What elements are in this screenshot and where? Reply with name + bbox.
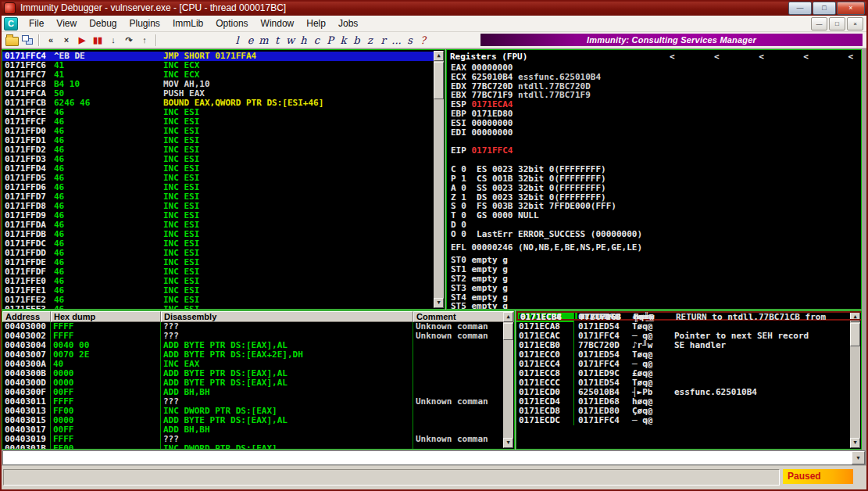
toolbar-letter-0[interactable]: l: [230, 34, 244, 46]
step-over-icon[interactable]: ↷: [121, 34, 137, 47]
command-dropdown-button[interactable]: ▼: [852, 451, 865, 464]
windows-icon[interactable]: [20, 34, 35, 47]
toolbar-letter-5[interactable]: h: [297, 34, 310, 46]
disasm-row[interactable]: 0171FFDD46INC ESI: [2, 249, 434, 258]
exec-till-return-icon[interactable]: ↑: [137, 34, 152, 47]
disasm-row[interactable]: 0171FFD046INC ESI: [2, 127, 434, 136]
dump-row[interactable]: 0040301BFF00INC DWORD PTR DS:[EAX]: [2, 444, 504, 450]
scroll-up-button[interactable]: ▲: [503, 312, 513, 322]
title-bar[interactable]: Immunity Debugger - vulnserver.exe - [CP…: [0, 0, 868, 16]
disasm-row[interactable]: 0171FFD746INC ESI: [2, 192, 434, 202]
stack-row[interactable]: 0171ECC00171ED54Tøq@: [516, 350, 851, 360]
disasm-row[interactable]: 0171FFD146INC ESI: [2, 136, 434, 145]
dump-row[interactable]: 004030150000ADD BYTE PTR DS:[EAX],AL: [2, 416, 504, 425]
dump-scrollbar[interactable]: ▲ ▼: [503, 312, 513, 448]
disassembly-pane[interactable]: 0171FFC4^EB DEJMP SHORT 0171FFA40171FFC6…: [2, 49, 445, 310]
pane-arrow-icon[interactable]: <: [848, 52, 853, 62]
disasm-row[interactable]: 0171FFD846INC ESI: [2, 202, 434, 211]
disasm-row[interactable]: 0171FFDF46INC ESI: [2, 267, 434, 277]
toolbar-letter-12[interactable]: ...: [390, 34, 403, 46]
scroll-down-button[interactable]: ▼: [850, 438, 860, 448]
toolbar-letter-14[interactable]: ?: [416, 34, 430, 46]
minimize-button[interactable]: —: [788, 2, 812, 15]
menu-item-help[interactable]: Help: [300, 16, 332, 30]
disasm-row[interactable]: 0171FFD646INC ESI: [2, 183, 434, 192]
pane-arrow-icon[interactable]: <: [803, 52, 809, 62]
scrollbar-thumb[interactable]: [434, 62, 444, 99]
column-header-disassembly[interactable]: Disassembly: [161, 311, 413, 322]
console-icon[interactable]: C: [4, 17, 18, 30]
disasm-row[interactable]: 0171FFDE46INC ESI: [2, 258, 434, 267]
stack-row[interactable]: 0171ECC40171FFC4─ q@: [516, 360, 851, 369]
stack-pane[interactable]: 0171ECA40171ED9C£øq@0171ECA80171ED54Tøq@…: [516, 310, 862, 450]
disasm-row[interactable]: 0171FFE246INC ESI: [2, 296, 434, 305]
mdi-minimize-button[interactable]: —: [811, 17, 827, 30]
pane-arrow-icon[interactable]: <: [670, 52, 675, 62]
disasm-row[interactable]: 0171FFE046INC ESI: [2, 277, 434, 286]
disasm-row[interactable]: 0171FFDC46INC ESI: [2, 239, 434, 249]
pause-icon[interactable]: ▮▮: [90, 34, 105, 47]
scroll-up-button[interactable]: ▲: [850, 312, 860, 322]
disasm-row[interactable]: 0171FFC4^EB DEJMP SHORT 0171FFA4: [2, 52, 434, 61]
toolbar-letter-2[interactable]: m: [257, 34, 270, 46]
scroll-down-button[interactable]: ▼: [434, 298, 444, 308]
menu-item-plugins[interactable]: Plugins: [123, 16, 166, 30]
pane-arrow-icon[interactable]: <: [759, 52, 764, 62]
toolbar-letter-6[interactable]: c: [310, 34, 323, 46]
stack-row[interactable]: 0171ECD40171ED68høq@: [516, 397, 851, 407]
disasm-row[interactable]: 0171FFE346INC ESI: [2, 305, 434, 310]
disassembly-scrollbar[interactable]: ▲ ▼: [434, 51, 444, 308]
restart-icon[interactable]: «: [43, 34, 59, 47]
disasm-row[interactable]: 0171FFCF46INC ESI: [2, 117, 434, 127]
column-header-address[interactable]: Address: [2, 311, 51, 322]
disasm-row[interactable]: 0171FFC8B4 10MOV AH,10: [2, 80, 434, 89]
toolbar-letter-3[interactable]: t: [270, 34, 284, 46]
maximize-button[interactable]: □: [813, 2, 836, 15]
disasm-row[interactable]: 0171FFD446INC ESI: [2, 164, 434, 174]
menu-item-options[interactable]: Options: [209, 16, 254, 30]
disasm-row[interactable]: 0171FFD346INC ESI: [2, 155, 434, 164]
toolbar-letter-11[interactable]: r: [377, 34, 390, 46]
open-file-icon[interactable]: [4, 34, 20, 47]
run-icon[interactable]: ▶: [74, 34, 90, 47]
pane-arrow-icon[interactable]: <: [714, 52, 720, 62]
column-header-comment[interactable]: Comment: [413, 311, 514, 322]
toolbar-letter-9[interactable]: b: [350, 34, 363, 46]
toolbar-letter-7[interactable]: P: [323, 34, 337, 46]
close-button[interactable]: ×: [837, 2, 865, 15]
close-program-icon[interactable]: ×: [59, 34, 74, 47]
menu-item-jobs[interactable]: Jobs: [332, 16, 364, 30]
stack-row[interactable]: 0171ECA40171ED9C£øq@: [516, 313, 851, 322]
menu-item-file[interactable]: File: [23, 16, 50, 30]
disasm-row[interactable]: 0171FFCB6246 46BOUND EAX,QWORD PTR DS:[E…: [2, 99, 434, 108]
mdi-close-button[interactable]: ×: [847, 17, 863, 30]
disasm-row[interactable]: 0171FFDA46INC ESI: [2, 220, 434, 230]
disasm-row[interactable]: 0171FFDB46INC ESI: [2, 230, 434, 239]
dump-row[interactable]: 004030070070 2EADD BYTE PTR DS:[EAX+2E],…: [2, 350, 504, 360]
stack-row[interactable]: 0171ECB077BC720D♪r╜wSE handler: [516, 341, 851, 350]
column-header-hex-dump[interactable]: Hex dump: [51, 311, 161, 322]
stack-row[interactable]: 0171ECD0625010B4┤►Pbessfunc.625010B4: [516, 388, 851, 397]
disasm-row[interactable]: 0171FFCE46INC ESI: [2, 108, 434, 117]
step-into-icon[interactable]: ↓: [105, 34, 121, 47]
scroll-up-button[interactable]: ▲: [434, 51, 444, 61]
disasm-row[interactable]: 0171FFD246INC ESI: [2, 145, 434, 155]
stack-row[interactable]: 0171ECDC0171FFC4─ q@: [516, 416, 851, 425]
dump-pane[interactable]: AddressHex dumpDisassemblyComment 004030…: [2, 310, 515, 450]
menu-item-debug[interactable]: Debug: [83, 16, 123, 30]
scrollbar-thumb[interactable]: [850, 323, 860, 346]
disasm-row[interactable]: 0171FFC641INC ECX: [2, 61, 434, 70]
dump-row[interactable]: 0040300D0000ADD BYTE PTR DS:[EAX],AL: [2, 378, 504, 388]
stack-scrollbar[interactable]: ▲ ▼: [850, 312, 860, 448]
stack-row[interactable]: 0171ECC80171ED9C£øq@: [516, 369, 851, 378]
stack-row[interactable]: 0171ECD80171ED80Çøq@: [516, 407, 851, 416]
menu-item-immlib[interactable]: ImmLib: [166, 16, 209, 30]
disasm-row[interactable]: 0171FFD946INC ESI: [2, 211, 434, 220]
mdi-maximize-button[interactable]: □: [829, 17, 845, 30]
disasm-row[interactable]: 0171FFD546INC ESI: [2, 174, 434, 183]
scroll-down-button[interactable]: ▼: [503, 438, 513, 448]
toolbar-letter-8[interactable]: k: [337, 34, 350, 46]
registers-pane[interactable]: Registers (FPU) <<<<< EAX 00000000ECX 62…: [446, 49, 862, 310]
toolbar-letter-10[interactable]: z: [363, 34, 377, 46]
toolbar-letter-1[interactable]: e: [244, 34, 257, 46]
